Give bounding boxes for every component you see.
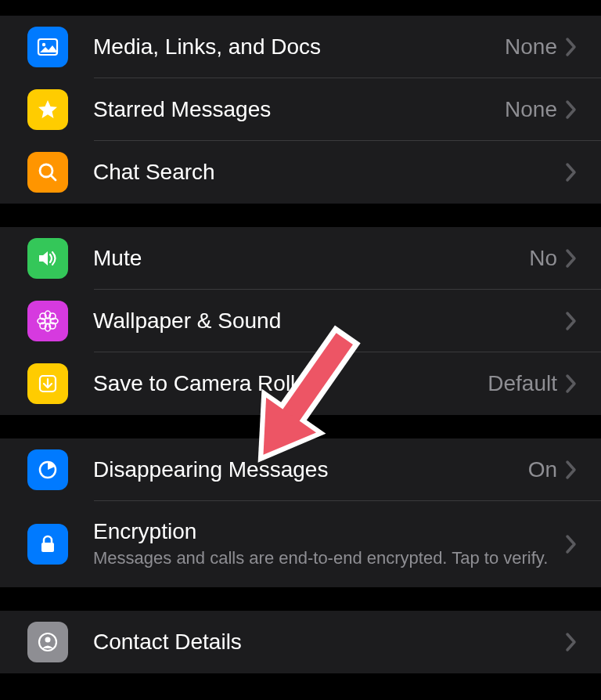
row-label: Mute (93, 246, 529, 271)
row-starred[interactable]: Starred Messages None (0, 78, 601, 141)
row-label: Contact Details (93, 630, 565, 655)
row-wallpaper[interactable]: Wallpaper & Sound (0, 290, 601, 352)
row-media[interactable]: Media, Links, and Docs None (0, 16, 601, 78)
row-label: Starred Messages (93, 97, 505, 122)
row-disappearing[interactable]: Disappearing Messages On (0, 438, 601, 501)
chevron-right-icon (565, 460, 578, 480)
row-value: None (505, 34, 557, 60)
row-value: On (528, 457, 557, 482)
download-icon (27, 363, 68, 404)
chevron-right-icon (565, 162, 578, 182)
row-contact[interactable]: Contact Details (0, 611, 601, 673)
chevron-right-icon (565, 632, 578, 652)
search-icon (27, 152, 68, 193)
row-label: Save to Camera Roll (93, 371, 488, 396)
svg-rect-16 (41, 543, 54, 552)
flower-icon (27, 301, 68, 341)
row-saveroll[interactable]: Save to Camera Roll Default (0, 352, 601, 415)
row-value: Default (488, 371, 557, 396)
svg-line-3 (51, 175, 56, 180)
chevron-right-icon (565, 534, 578, 554)
row-value: No (529, 246, 557, 271)
svg-point-18 (45, 637, 51, 643)
row-sublabel: Messages and calls are end-to-end encryp… (93, 547, 565, 570)
svg-point-1 (42, 43, 45, 46)
chevron-right-icon (565, 37, 578, 57)
row-mute[interactable]: Mute No (0, 227, 601, 290)
row-value: None (505, 97, 557, 122)
section-4: Contact Details (0, 611, 601, 673)
speaker-icon (27, 238, 68, 279)
chevron-right-icon (565, 373, 578, 394)
row-label: Disappearing Messages (93, 457, 528, 482)
row-label: Chat Search (93, 160, 565, 185)
section-1: Media, Links, and Docs None Starred Mess… (0, 16, 601, 204)
row-label: Wallpaper & Sound (93, 309, 565, 334)
row-label: Media, Links, and Docs (93, 34, 505, 60)
row-label: Encryption (93, 519, 565, 544)
contact-icon (27, 622, 68, 662)
chevron-right-icon (565, 99, 578, 120)
row-encryption[interactable]: Encryption Messages and calls are end-to… (0, 501, 601, 587)
chevron-right-icon (565, 311, 578, 331)
lock-icon (27, 524, 68, 565)
star-icon (27, 89, 68, 130)
chevron-right-icon (565, 248, 578, 269)
section-2: Mute No Wallpaper & Sound Save to Camera… (0, 227, 601, 415)
section-3: Disappearing Messages On Encryption Mess… (0, 438, 601, 587)
row-search[interactable]: Chat Search (0, 141, 601, 204)
media-icon (27, 27, 68, 67)
timer-icon (27, 449, 68, 490)
